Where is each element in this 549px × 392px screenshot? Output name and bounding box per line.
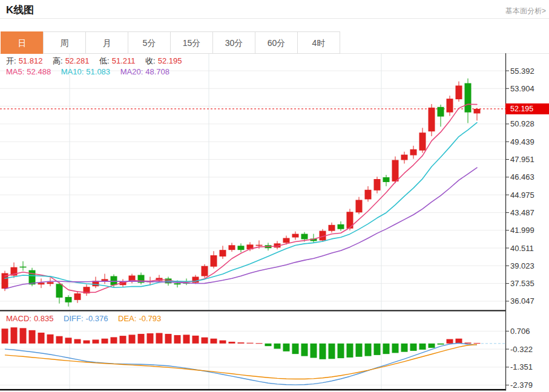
chart-bottom-border	[0, 389, 506, 391]
macd-value: 0.835	[34, 314, 54, 323]
y-axis-label: 47.951	[510, 155, 534, 164]
y-axis-label: 50.928	[510, 119, 534, 128]
low-value: 51.211	[112, 56, 136, 65]
gridlines-layer	[0, 53, 505, 389]
open-readout: 开:51.812	[6, 56, 42, 65]
y-axis-label: 40.511	[510, 244, 534, 253]
y-axis-label: 43.487	[510, 208, 534, 217]
ma10-label: MA10:	[61, 67, 84, 76]
y-axis-label: 53.904	[510, 84, 534, 93]
open-value: 51.812	[19, 56, 43, 65]
diff-value: -0.376	[86, 314, 108, 323]
dea-value: -0.793	[139, 314, 161, 323]
close-label: 收:	[145, 56, 156, 65]
open-label: 开:	[6, 56, 16, 65]
y-axis-label: 44.975	[510, 191, 534, 200]
ma-readout: MA5:52.488 MA10:51.083 MA20:48.708	[6, 67, 177, 76]
high-label: 高:	[53, 56, 63, 65]
macd-histogram-layer	[2, 327, 481, 359]
ma20-label: MA20:	[120, 67, 143, 76]
y-axis-label: 55.392	[510, 67, 534, 76]
y-axis-label: -1.351	[510, 362, 533, 371]
page-title: K线图	[6, 3, 34, 17]
diff-readout: DIFF:-0.376	[64, 314, 108, 323]
ma5-readout: MA5:52.488	[6, 67, 51, 76]
y-axis-label: 41.999	[510, 226, 534, 235]
ma10-readout: MA10:51.083	[61, 67, 110, 76]
dea-readout: DEA:-0.793	[118, 314, 161, 323]
ma5-label: MA5:	[6, 67, 24, 76]
macd-readout: MACD:0.835 DIFF:-0.376 DEA:-0.793	[6, 314, 169, 323]
tab-period-3[interactable]: 5分	[128, 31, 171, 54]
tab-period-5[interactable]: 30分	[212, 31, 255, 54]
y-axis-label: 49.439	[510, 137, 534, 146]
high-readout: 高:52.281	[53, 56, 89, 65]
dea-label: DEA:	[118, 314, 136, 323]
ma20-readout: MA20:48.708	[120, 67, 169, 76]
current-price-tag: 52.195	[505, 103, 549, 114]
low-readout: 低:51.211	[99, 56, 135, 65]
ma-lines-layer	[5, 104, 477, 292]
diff-label: DIFF:	[64, 314, 84, 323]
period-tab-bar: 日周月5分15分30分60分4时	[1, 31, 340, 54]
macd-value-readout: MACD:0.835	[6, 314, 53, 323]
y-axis-label: 37.535	[510, 279, 534, 288]
tab-period-2[interactable]: 月	[85, 31, 128, 54]
tab-period-0[interactable]: 日	[1, 31, 44, 54]
ma5-line	[5, 104, 477, 292]
close-value: 52.195	[158, 56, 182, 65]
macd-label: MACD:	[6, 314, 31, 323]
y-axis-label: 0.706	[510, 327, 530, 336]
y-axis-label: 36.047	[510, 296, 534, 305]
y-axis-label: 46.463	[510, 172, 534, 181]
close-readout: 收:52.195	[145, 56, 182, 65]
tab-period-6[interactable]: 60分	[255, 31, 298, 54]
ma20-line	[5, 168, 477, 289]
y-axis-label: 39.023	[510, 261, 534, 270]
ma5-value: 52.488	[27, 67, 51, 76]
tab-period-7[interactable]: 4时	[297, 31, 340, 54]
tab-period-1[interactable]: 周	[43, 31, 86, 54]
ma10-line	[5, 123, 477, 288]
high-value: 52.281	[65, 56, 90, 65]
ma10-value: 51.083	[86, 67, 110, 76]
tab-period-4[interactable]: 15分	[170, 31, 213, 54]
y-axis-label: -2.379	[510, 381, 533, 390]
low-label: 低:	[99, 56, 110, 65]
ma20-value: 48.708	[145, 67, 169, 76]
panel-separator	[0, 310, 506, 312]
ohlc-readout: 开:51.812 高:52.281 低:51.211 收:52.195	[6, 56, 189, 67]
fundamental-analysis-link[interactable]: 基本面分析>	[505, 6, 546, 16]
y-axis-label: -0.322	[510, 345, 533, 354]
